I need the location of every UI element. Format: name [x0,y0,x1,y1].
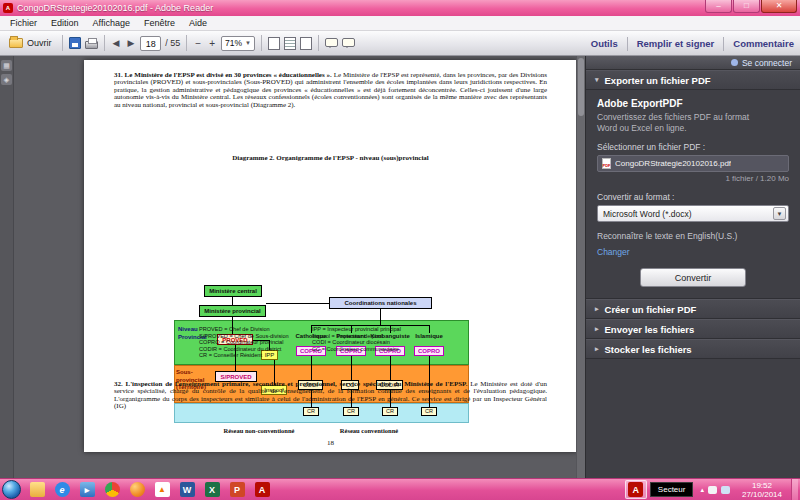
system-tray: ▴ [700,486,730,494]
selected-file-row[interactable]: PDF CongoDRStrategie20102016.pdf [597,155,789,172]
pdf-file-icon: PDF [602,158,611,169]
chevron-down-icon: ▼ [245,40,251,46]
toolbar-right-cluster: Outils Remplir et signer Commentaire [591,31,794,56]
fill-sign-button[interactable]: Remplir et signer [637,38,715,49]
vlc-icon[interactable]: ▲ [151,480,173,499]
acrobat-icon[interactable]: A [251,480,273,499]
chevron-right-icon: ▸ [595,305,599,313]
menu-edition[interactable]: Edition [44,18,86,28]
create-pdf-section-header[interactable]: ▸ Créer un fichier PDF [586,299,800,319]
maximize-button[interactable]: □ [733,0,760,13]
bookmarks-icon[interactable]: ◈ [1,74,12,85]
connector-line [232,297,233,305]
tray-secteur-badge[interactable]: Secteur [650,482,694,497]
ministere-provincial-box: Ministère provincial [199,305,266,317]
diagram-legend-left: PROVED = Chef de Division S/PROVED = Che… [199,326,289,359]
paragraph-32: 32. L'inspection de l'enseignement prima… [114,381,547,411]
pdf-page: 31. Le Ministère de l'EPSP est divisé en… [84,60,577,452]
taskbar-clock[interactable]: 19:52 27/10/2014 [737,481,787,499]
legend-item: Inspool = Inspecteur de pool [312,333,401,340]
legend-item: PROVED = Chef de Division [199,326,289,333]
select-file-label: Sélectionner un fichier PDF : [597,142,789,152]
panel-filler [586,359,800,478]
internet-explorer-icon[interactable]: e [51,480,73,499]
zoom-level-value: 71% [225,38,242,48]
tools-button[interactable]: Outils [591,38,618,49]
hidden-icons-arrow-icon[interactable]: ▴ [700,486,704,494]
toolbar-separator [104,35,105,51]
menubar: Fichier Edition Affichage Fenêtre Aide [0,16,800,31]
scrollbar-thumb[interactable] [578,58,584,116]
minimize-button[interactable]: – [705,0,732,13]
person-icon [731,59,738,66]
highlight-text-icon[interactable] [342,38,355,47]
page-total-label: / 55 [165,38,180,48]
chrome-icon[interactable] [101,480,123,499]
toolbar-separator [62,35,63,51]
format-dropdown[interactable]: Microsoft Word (*.docx) ▼ [597,205,789,222]
connector-line [429,325,430,333]
diagram-title: Diagramme 2. Organigramme de l'EPSP - ni… [84,154,577,162]
navigation-rail: ▦ ◈ [0,56,14,478]
previous-page-icon[interactable]: ◀ [111,38,122,48]
powerpoint-icon[interactable]: P [226,480,248,499]
chevron-right-icon: ▸ [595,345,599,353]
connector-line [266,303,329,304]
continuous-scroll-view-icon[interactable] [284,37,296,50]
menu-affichage[interactable]: Affichage [86,18,137,28]
toolbar-separator [186,35,187,51]
coordinations-nationales-box: Coordinations nationales [329,297,432,309]
word-icon[interactable]: W [176,480,198,499]
vertical-scrollbar[interactable] [576,56,585,478]
firefox-icon[interactable] [126,480,148,499]
comment-button[interactable]: Commentaire [733,38,794,49]
page-number-input[interactable]: 18 [140,36,161,51]
legend-item: S/PROVED = Chef de Sous-division [199,333,289,340]
toolbar-separator [723,37,724,51]
connector-line [380,309,381,325]
sign-in-link[interactable]: Se connecter [742,58,792,68]
show-desktop-button[interactable] [791,479,798,500]
send-files-header-label: Envoyer les fichiers [605,324,695,335]
adobe-reader-task-button[interactable]: A [625,480,647,499]
pdf-page-content: 31. Le Ministère de l'EPSP est divisé en… [84,60,577,452]
clock-date: 27/10/2014 [742,490,782,499]
format-dropdown-value: Microsoft Word (*.docx) [603,209,692,219]
reading-mode-icon[interactable] [300,37,312,50]
connector-line [390,356,391,380]
zoom-out-icon[interactable]: − [193,38,203,49]
excel-icon[interactable]: X [201,480,223,499]
media-player-icon[interactable]: ▸ [76,480,98,499]
windows-explorer-icon[interactable] [26,480,48,499]
open-button[interactable]: Ouvrir [5,36,56,50]
open-folder-icon [9,38,23,48]
single-page-view-icon[interactable] [268,37,280,50]
change-language-link[interactable]: Changer [597,247,630,257]
selected-file-name: CongoDRStrategie20102016.pdf [615,159,731,168]
chevron-right-icon: ▸ [595,325,599,333]
ministere-central-box: Ministère central [204,285,262,297]
legend-item: CODIR = Coordinateur du district [199,346,289,353]
zoom-level-dropdown[interactable]: 71% ▼ [221,36,255,51]
taskbar: e ▸ ▲ W X P A A Secteur ▴ 19:52 27/10/20… [0,478,800,500]
menu-fenetre[interactable]: Fenêtre [137,18,182,28]
menu-aide[interactable]: Aide [182,18,214,28]
network-icon[interactable] [721,486,730,494]
close-button[interactable]: ✕ [761,0,797,13]
connector-line [311,356,312,380]
volume-icon[interactable] [708,486,717,494]
comment-bubble-icon[interactable] [325,38,338,47]
menu-fichier[interactable]: Fichier [3,18,44,28]
page-thumbnails-icon[interactable]: ▦ [1,60,12,71]
print-icon[interactable] [85,41,98,49]
legend-item: CC = Coordinateur communautaire [312,346,401,353]
convert-format-label: Convertir au format : [597,192,789,202]
send-files-section-header[interactable]: ▸ Envoyer les fichiers [586,319,800,339]
convert-button[interactable]: Convertir [640,268,746,287]
start-button[interactable] [2,480,21,499]
save-icon[interactable] [69,37,81,49]
store-files-section-header[interactable]: ▸ Stocker les fichiers [586,339,800,359]
next-page-icon[interactable]: ▶ [125,38,136,48]
export-pdf-section-header[interactable]: ▾ Exporter un fichier PDF [586,70,800,90]
zoom-in-icon[interactable]: + [207,38,217,49]
